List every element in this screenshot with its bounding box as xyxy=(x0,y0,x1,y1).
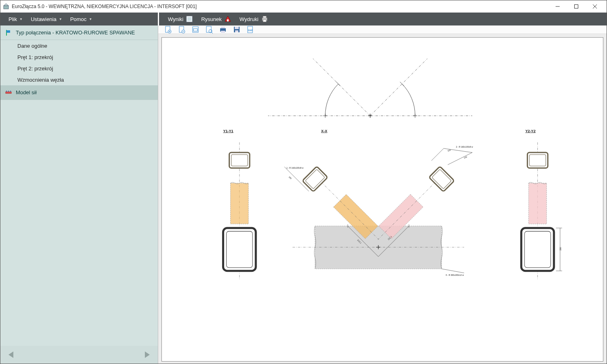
chevron-down-icon: ▼ xyxy=(59,17,62,21)
nav-prev-icon[interactable] xyxy=(7,350,16,359)
svg-text:160: 160 xyxy=(288,176,292,180)
svg-line-86 xyxy=(448,152,472,165)
svg-line-43 xyxy=(313,59,370,116)
menu-plik[interactable]: Plik▼ xyxy=(4,13,27,25)
menu-wyniki[interactable]: Wyniki xyxy=(164,13,197,25)
svg-rect-31 xyxy=(193,29,197,31)
svg-rect-37 xyxy=(221,31,225,33)
svg-text:DXF: DXF xyxy=(248,29,253,32)
svg-rect-16 xyxy=(6,30,10,33)
forces-icon xyxy=(5,89,12,96)
drawing-icon xyxy=(224,15,231,23)
titlebar: EuroZłącza 5.0 - WEWNĘTRZNA, NIEKOMERCYJ… xyxy=(0,0,607,13)
print-icon xyxy=(261,15,268,23)
svg-rect-59 xyxy=(223,228,256,271)
svg-rect-0 xyxy=(4,6,8,9)
drawing-canvas[interactable]: Y1-Y1 X-X Y2-Y2 xyxy=(161,37,603,362)
svg-text:0 - R 300x200x12 w: 0 - R 300x200x12 w xyxy=(446,274,464,276)
svg-text:200: 200 xyxy=(559,247,562,251)
svg-rect-64 xyxy=(528,183,546,224)
chevron-down-icon: ▼ xyxy=(19,17,23,21)
menubar: Plik▼ Ustawienia▼ Pomoc▼ Wyniki Rysunek … xyxy=(0,13,607,25)
svg-rect-17 xyxy=(6,92,11,93)
svg-text:2 - R 160x100x8 w: 2 - R 160x100x8 w xyxy=(456,146,473,148)
svg-rect-13 xyxy=(263,16,266,18)
window-title: EuroZłącza 5.0 - WEWNĘTRZNA, NIEKOMERCYJ… xyxy=(12,4,548,9)
sidebar-item-dane-ogolne[interactable]: Dane ogólne xyxy=(0,40,158,51)
section-y2y2: 200 xyxy=(521,142,562,279)
results-icon xyxy=(186,15,193,23)
remove-page-button[interactable] xyxy=(178,25,186,34)
svg-rect-56 xyxy=(229,152,250,168)
svg-line-87 xyxy=(431,148,444,161)
section-xx-label: X-X xyxy=(321,129,327,133)
svg-rect-58 xyxy=(231,183,248,224)
close-button[interactable] xyxy=(586,0,604,13)
print-button[interactable] xyxy=(219,25,227,34)
svg-rect-36 xyxy=(221,27,225,28)
svg-rect-39 xyxy=(235,27,239,29)
sidebar-item-pret2[interactable]: Pręt 2: przekrój xyxy=(0,63,158,74)
drawing-toolbar: DXF xyxy=(158,25,607,34)
svg-rect-40 xyxy=(235,30,238,32)
nav-next-icon[interactable] xyxy=(142,350,151,359)
sidebar-head-connection-type[interactable]: Typ połączenia - KRATOWO-RUROWE SPAWANE xyxy=(0,25,158,40)
svg-rect-62 xyxy=(527,152,548,168)
sidebar-item-wzmocnienia[interactable]: Wzmocnienia węzła xyxy=(0,74,158,85)
svg-text:1 - R 160x100x8 w: 1 - R 160x100x8 w xyxy=(287,167,304,169)
sidebar-nav-footer xyxy=(0,346,158,364)
sidebar-head-label: Typ połączenia - KRATOWO-RUROWE SPAWANE xyxy=(16,30,135,36)
svg-rect-3 xyxy=(575,5,578,8)
app-icon xyxy=(3,3,9,10)
svg-marker-21 xyxy=(8,351,13,358)
minimize-button[interactable] xyxy=(548,0,567,13)
section-y2y2-label: Y2-Y2 xyxy=(525,129,535,133)
main-area: DXF xyxy=(158,25,607,364)
save-button[interactable] xyxy=(233,25,241,34)
new-page-button[interactable] xyxy=(164,25,172,34)
export-dxf-button[interactable]: DXF xyxy=(246,25,255,34)
canvas-wrap: Y1-Y1 X-X Y2-Y2 xyxy=(158,34,607,364)
sidebar-head-model-sil[interactable]: Model sił xyxy=(0,85,158,100)
menu-ustawienia[interactable]: Ustawienia▼ xyxy=(27,13,66,25)
svg-line-44 xyxy=(370,59,427,116)
chevron-down-icon: ▼ xyxy=(89,17,92,21)
maximize-button[interactable] xyxy=(567,0,586,13)
section-y1y1 xyxy=(223,142,256,279)
svg-line-34 xyxy=(212,32,213,34)
svg-text:100: 100 xyxy=(447,148,451,152)
svg-rect-14 xyxy=(263,20,266,22)
sidebar: Typ połączenia - KRATOWO-RUROWE SPAWANE … xyxy=(0,25,158,364)
flag-icon xyxy=(5,30,12,36)
page-fit-button[interactable] xyxy=(191,25,200,34)
svg-marker-1 xyxy=(4,4,8,6)
svg-text:100: 100 xyxy=(463,156,467,159)
menu-rysunek[interactable]: Rysunek xyxy=(197,13,236,25)
svg-rect-75 xyxy=(302,166,328,192)
menu-wydruki[interactable]: Wydruki xyxy=(236,13,272,25)
section-y1y1-label: Y1-Y1 xyxy=(223,129,233,133)
svg-rect-65 xyxy=(521,228,554,271)
sidebar-item-pret1[interactable]: Pręt 1: przekrój xyxy=(0,51,158,63)
window-controls xyxy=(548,0,604,13)
svg-line-98 xyxy=(441,269,464,273)
svg-rect-79 xyxy=(429,166,454,192)
menu-pomoc[interactable]: Pomoc▼ xyxy=(66,13,96,25)
svg-rect-11 xyxy=(227,19,229,21)
section-xx: 160 1 - R 160x100x8 w 100 100 2 - R 160x… xyxy=(284,146,473,276)
page-preview-button[interactable] xyxy=(205,25,213,34)
app-window: EuroZłącza 5.0 - WEWNĘTRZNA, NIEKOMERCYJ… xyxy=(0,0,607,364)
sidebar-head-label: Model sił xyxy=(16,89,36,95)
svg-marker-22 xyxy=(145,351,150,358)
